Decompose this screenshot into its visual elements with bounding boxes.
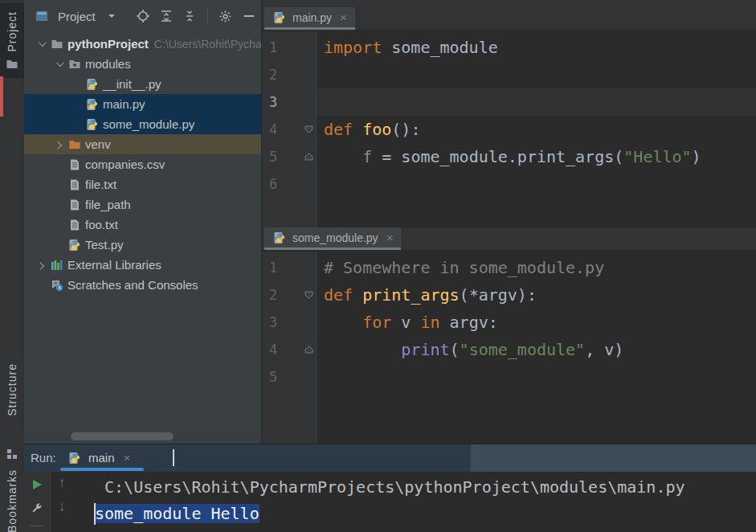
tree-item-label: main.py [103,97,145,111]
python-file-icon [67,238,82,252]
code-line[interactable]: 6 [262,170,756,198]
python-file-icon [85,77,100,91]
project-view-icon[interactable] [35,10,49,23]
tree-chevron-icon[interactable] [34,262,48,268]
tree-item-test-py[interactable]: Test.py [24,235,261,255]
text-file-icon [67,178,82,191]
code-line[interactable]: 1import some_module [262,34,756,61]
tree-chevron-icon[interactable] [51,141,66,147]
locate-file-icon[interactable] [136,10,150,23]
tree-item-scratches-and-consoles[interactable]: Scratches and Consoles [24,275,261,295]
tree-item-label: pythonProject [67,37,149,51]
tree-chevron-icon[interactable] [51,61,66,67]
run-console: ↑ ↓ C:\Users\Rohit\PycharmProjects\pytho… [0,472,756,532]
line-number: 2 [262,67,277,83]
tree-item-some-module-py[interactable]: some_module.py [24,114,261,134]
line-number: 4 [262,121,277,137]
console-text: C:\Users\Rohit\PycharmProjects\pythonPro… [95,477,685,497]
tree-item-venv[interactable]: venv [24,134,261,154]
tree-item-label: External Libraries [67,258,161,272]
close-icon[interactable]: × [340,10,347,24]
code-line[interactable]: 4def foo(): [262,116,756,143]
scrollbar-thumb[interactable] [71,432,174,440]
run-header-right-section [470,444,756,472]
line-number: 3 [262,94,277,110]
fold-down-icon[interactable] [304,290,314,301]
tree-item-label: companies.csv [85,158,165,171]
text-file-icon [67,218,82,231]
project-panel-title[interactable]: Project [58,10,96,23]
console-caret [94,503,96,525]
folder-icon [5,58,19,72]
tab-some-module-py[interactable]: some_module.py × [264,227,401,250]
folder-venv-icon [67,137,82,151]
project-tree: pythonProjectC:\Users\Rohit\Pychamodules… [24,34,261,295]
text-file-icon [67,158,82,171]
tree-chevron-icon[interactable] [34,41,48,47]
tree-item-main-py[interactable]: main.py [24,94,261,114]
toolbar-divider [207,9,208,23]
tree-item-pythonproject[interactable]: pythonProjectC:\Users\Rohit\Pycha [24,34,261,54]
console-output[interactable]: C:\Users\Rohit\PycharmProjects\pythonPro… [0,474,756,527]
collapse-all-icon[interactable] [182,10,197,23]
editor-main-py[interactable]: 1import some_module234def foo():5 f = so… [262,31,756,227]
code-line[interactable]: 5 f = some_module.print_args("Hello") [262,143,756,170]
code-line[interactable]: 5 [262,363,756,391]
code-line[interactable]: 2 [262,61,756,88]
tree-item-foo-txt[interactable]: foo.txt [24,215,261,235]
code-line[interactable]: 3 for v in argv: [262,309,756,336]
python-file-icon [85,97,100,111]
python-file-icon [272,231,287,244]
line-number: 1 [262,39,277,55]
run-panel-label: Run: [31,451,56,464]
python-file-icon [67,451,82,464]
run-tool-window: Run: main × ↑ ↓ C:\Users\Rohit\PycharmPr… [0,444,756,532]
external-libraries-icon [50,258,64,272]
tree-item-file-txt[interactable]: file.txt [24,174,261,194]
bookmarks-stripe-label: Bookmarks [6,469,18,532]
tree-item-label: __init__.py [103,77,161,91]
editor-tabbar-top: main.py × [262,0,756,31]
expand-all-icon[interactable] [159,10,174,23]
stripe-red-indicator [0,76,3,117]
tool-stripe-project[interactable]: Project [0,3,24,78]
code-line[interactable]: 2def print_args(*argv): [262,281,756,309]
tool-stripe-structure[interactable]: Structure [0,363,24,416]
tree-horizontal-scrollbar[interactable] [24,432,261,441]
header-caret [173,449,174,466]
tree-item-external-libraries[interactable]: External Libraries [24,255,261,275]
project-toolbar: Project [24,0,261,32]
run-tab-label: main [88,451,115,464]
tree-item-companies-csv[interactable]: companies.csv [24,154,261,174]
tree-item-init-py[interactable]: __init__.py [24,74,261,94]
tree-item-label: Test.py [85,238,124,252]
tool-window-stripe: Project Structure Bookmarks [0,0,24,532]
tab-main-py[interactable]: main.py × [264,7,355,30]
tree-item-file-path[interactable]: file_path [24,194,261,215]
tree-item-label: Scratches and Consoles [67,278,198,292]
tree-item-label: modules [85,57,131,71]
editor-some-module-py[interactable]: 1# Somewhere in some_module.py2def print… [262,252,756,444]
gear-icon[interactable] [219,10,233,23]
chevron-down-icon[interactable] [104,10,119,23]
console-line[interactable]: C:\Users\Rohit\PycharmProjects\pythonPro… [0,474,756,501]
fold-up-icon[interactable] [304,345,314,355]
tree-item-label: file.txt [85,178,116,191]
hide-panel-icon[interactable] [242,10,256,23]
line-number: 6 [262,176,277,192]
code-line[interactable]: 4 print("some_module", v) [262,336,756,363]
tree-item-label: some_module.py [103,117,194,131]
tool-stripe-bookmarks[interactable]: Bookmarks [0,469,24,532]
fold-up-icon[interactable] [304,152,314,162]
code-line[interactable]: 3 [262,88,756,116]
project-stripe-label: Project [6,11,18,52]
close-icon[interactable]: × [386,231,394,244]
fold-down-icon[interactable] [304,125,314,135]
close-icon[interactable]: × [124,451,131,464]
editor-tabbar-bottom: some_module.py × [262,227,756,251]
tree-item-modules[interactable]: modules [24,54,261,74]
code-line[interactable]: 1# Somewhere in some_module.py [262,254,756,281]
console-line[interactable]: some_module Hello [0,501,756,527]
tab-label: some_module.py [292,231,378,244]
line-number: 3 [262,314,277,330]
